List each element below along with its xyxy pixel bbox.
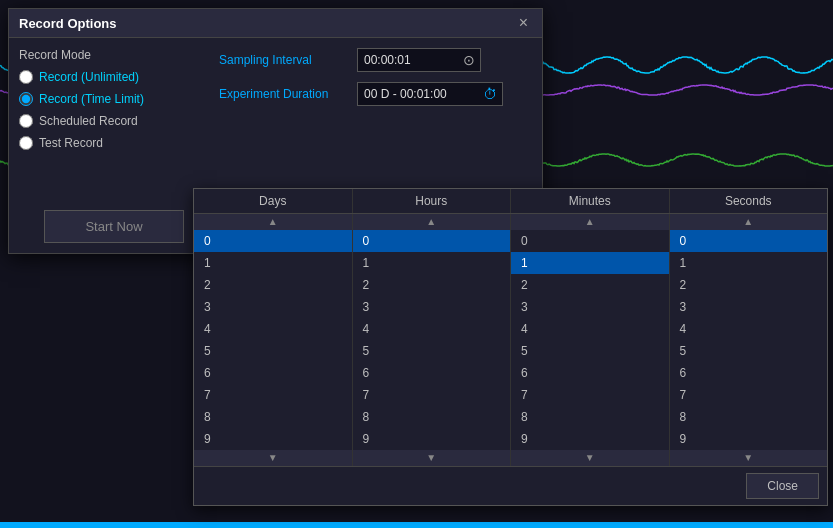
sampling-interval-clock-icon[interactable]: ⊙ [458, 49, 480, 71]
picker-item[interactable]: 4 [194, 318, 352, 340]
picker-item[interactable]: 6 [511, 362, 669, 384]
dialog-close-button[interactable]: × [515, 15, 532, 31]
picker-down-days[interactable]: ▼ [194, 450, 352, 466]
picker-header-days: Days [194, 189, 353, 213]
picker-item[interactable]: 5 [353, 340, 511, 362]
radio-scheduled-label: Scheduled Record [39, 114, 138, 128]
record-mode-label: Record Mode [19, 48, 209, 62]
picker-item[interactable]: 3 [670, 296, 828, 318]
experiment-duration-clock-icon[interactable]: ⏱ [478, 83, 502, 105]
picker-col-days: ▲0123456789▼ [194, 214, 353, 466]
picker-item[interactable]: 2 [194, 274, 352, 296]
start-button-wrap: Start Now [19, 210, 209, 243]
radio-option-unlimited[interactable]: Record (Unlimited) [19, 70, 209, 84]
picker-item[interactable]: 6 [194, 362, 352, 384]
picker-item[interactable]: 7 [353, 384, 511, 406]
picker-item[interactable]: 4 [670, 318, 828, 340]
dialog-title: Record Options [19, 16, 117, 31]
picker-item[interactable]: 9 [353, 428, 511, 450]
radio-scheduled[interactable] [19, 114, 33, 128]
experiment-duration-row: Experiment Duration ⏱ [219, 82, 532, 106]
bottom-bar [0, 522, 833, 528]
sampling-interval-row: Sampling Interval ⊙ [219, 48, 532, 72]
picker-item[interactable]: 4 [511, 318, 669, 340]
picker-footer: Close [194, 466, 827, 505]
picker-col-minutes: ▲0123456789▼ [511, 214, 670, 466]
start-now-button[interactable]: Start Now [44, 210, 183, 243]
picker-close-button[interactable]: Close [746, 473, 819, 499]
picker-item[interactable]: 3 [511, 296, 669, 318]
sampling-interval-input-wrap: ⊙ [357, 48, 481, 72]
picker-scroll-minutes: 0123456789 [511, 230, 669, 450]
experiment-duration-label: Experiment Duration [219, 87, 349, 101]
picker-item[interactable]: 1 [194, 252, 352, 274]
picker-item[interactable]: 7 [511, 384, 669, 406]
sampling-interval-input[interactable] [358, 50, 458, 70]
picker-item[interactable]: 6 [670, 362, 828, 384]
sampling-interval-label: Sampling Interval [219, 53, 349, 67]
picker-scroll-seconds: 0123456789 [670, 230, 828, 450]
time-picker-dropdown: Days Hours Minutes Seconds ▲0123456789▼▲… [193, 188, 828, 506]
picker-item[interactable]: 9 [511, 428, 669, 450]
picker-item[interactable]: 3 [353, 296, 511, 318]
record-mode-panel: Record Mode Record (Unlimited) Record (T… [19, 48, 209, 243]
radio-timelimit-label: Record (Time Limit) [39, 92, 144, 106]
dialog-titlebar: Record Options × [9, 9, 542, 38]
picker-header-minutes: Minutes [511, 189, 670, 213]
picker-item[interactable]: 1 [353, 252, 511, 274]
picker-item[interactable]: 2 [353, 274, 511, 296]
radio-unlimited-label: Record (Unlimited) [39, 70, 139, 84]
picker-item[interactable]: 9 [670, 428, 828, 450]
picker-item[interactable]: 8 [511, 406, 669, 428]
picker-item[interactable]: 1 [670, 252, 828, 274]
picker-item[interactable]: 7 [670, 384, 828, 406]
picker-scroll-days: 0123456789 [194, 230, 352, 450]
picker-down-seconds[interactable]: ▼ [670, 450, 828, 466]
picker-item[interactable]: 8 [670, 406, 828, 428]
picker-item[interactable]: 0 [670, 230, 828, 252]
picker-item[interactable]: 3 [194, 296, 352, 318]
picker-item[interactable]: 8 [353, 406, 511, 428]
picker-up-seconds[interactable]: ▲ [670, 214, 828, 230]
radio-option-scheduled[interactable]: Scheduled Record [19, 114, 209, 128]
picker-header-seconds: Seconds [670, 189, 828, 213]
picker-item[interactable]: 7 [194, 384, 352, 406]
picker-item[interactable]: 0 [511, 230, 669, 252]
experiment-duration-input-wrap: ⏱ [357, 82, 503, 106]
picker-item[interactable]: 2 [670, 274, 828, 296]
picker-item[interactable]: 9 [194, 428, 352, 450]
picker-item[interactable]: 4 [353, 318, 511, 340]
picker-item[interactable]: 5 [194, 340, 352, 362]
picker-up-hours[interactable]: ▲ [353, 214, 511, 230]
picker-up-days[interactable]: ▲ [194, 214, 352, 230]
picker-down-hours[interactable]: ▼ [353, 450, 511, 466]
picker-item[interactable]: 5 [670, 340, 828, 362]
radio-unlimited[interactable] [19, 70, 33, 84]
picker-header-hours: Hours [353, 189, 512, 213]
picker-item[interactable]: 8 [194, 406, 352, 428]
picker-scroll-hours: 0123456789 [353, 230, 511, 450]
picker-item[interactable]: 5 [511, 340, 669, 362]
picker-down-minutes[interactable]: ▼ [511, 450, 669, 466]
radio-test[interactable] [19, 136, 33, 150]
picker-columns: ▲0123456789▼▲0123456789▼▲0123456789▼▲012… [194, 214, 827, 466]
picker-item[interactable]: 0 [194, 230, 352, 252]
picker-col-hours: ▲0123456789▼ [353, 214, 512, 466]
picker-item[interactable]: 6 [353, 362, 511, 384]
picker-item[interactable]: 1 [511, 252, 669, 274]
radio-option-test[interactable]: Test Record [19, 136, 209, 150]
picker-up-minutes[interactable]: ▲ [511, 214, 669, 230]
radio-option-timelimit[interactable]: Record (Time Limit) [19, 92, 209, 106]
picker-header: Days Hours Minutes Seconds [194, 189, 827, 214]
picker-col-seconds: ▲0123456789▼ [670, 214, 828, 466]
picker-item[interactable]: 0 [353, 230, 511, 252]
radio-test-label: Test Record [39, 136, 103, 150]
experiment-duration-input[interactable] [358, 84, 478, 104]
picker-item[interactable]: 2 [511, 274, 669, 296]
radio-timelimit[interactable] [19, 92, 33, 106]
